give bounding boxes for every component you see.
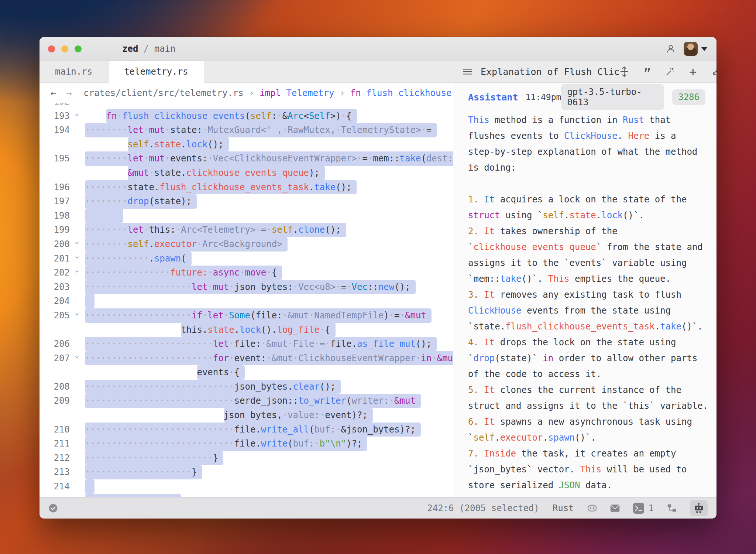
gutter[interactable]: 192 — [39, 103, 85, 109]
editor-pane: main.rs telemetry.rs ← → crates/client/s… — [39, 61, 453, 497]
assistant-text-line: `self.executor.spawn()`. — [468, 430, 705, 446]
gutter[interactable]: 197 — [39, 194, 85, 209]
code-line-wrap[interactable]: json_bytes,·value:·event)?; — [39, 408, 453, 423]
code-line[interactable]: 207›························for·event:·&… — [39, 351, 453, 366]
assistant-toggle[interactable] — [690, 500, 708, 516]
code-line[interactable]: 203····················let·mut·json_byte… — [39, 280, 453, 294]
code-line[interactable]: 197········drop(state); — [39, 194, 453, 209]
gutter[interactable]: 198 — [39, 209, 85, 223]
back-arrow-icon[interactable]: ← — [51, 88, 56, 99]
token-count: 3286 — [672, 89, 705, 105]
gutter[interactable]: 196 — [39, 180, 85, 195]
quote-icon[interactable]: ” — [642, 66, 652, 77]
gutter[interactable]: 194 — [39, 123, 85, 137]
breadcrumb[interactable]: ← → crates/client/src/telemetry.rs › imp… — [39, 83, 453, 103]
fold-chevron-icon[interactable]: › — [70, 240, 85, 248]
diagnostics-check-icon[interactable] — [48, 503, 58, 513]
code-line[interactable]: 206························let·file:·&mu… — [39, 337, 453, 351]
fold-chevron-icon[interactable]: › — [70, 312, 85, 319]
gutter[interactable]: 212 — [39, 451, 85, 465]
gutter[interactable] — [39, 166, 85, 180]
language-selector[interactable]: Rust — [553, 503, 574, 513]
code-line[interactable]: 201›············.spawn( — [39, 252, 453, 266]
code-line[interactable]: 205›····················if·let·Some(file… — [39, 308, 453, 323]
code-line[interactable]: 200›········self.executor·Arc<Background… — [39, 237, 453, 252]
magic-wand-icon[interactable] — [665, 66, 675, 77]
gutter[interactable]: 195 — [39, 151, 85, 166]
avatar[interactable] — [684, 42, 698, 56]
code-line-wrap[interactable]: self.state.lock(); — [39, 137, 453, 152]
code-line[interactable]: 193› fn·flush_clickhouse_events(self:·&A… — [39, 109, 453, 123]
gutter[interactable]: 201› — [39, 252, 85, 266]
gutter[interactable]: 209 — [39, 394, 85, 408]
tab-telemetry-rs[interactable]: telemetry.rs — [108, 61, 204, 83]
title-bar[interactable]: zed / main — [39, 37, 717, 61]
fold-chevron-icon[interactable]: › — [70, 269, 85, 276]
collaborator-icon[interactable] — [666, 44, 676, 54]
gutter[interactable]: 202› — [39, 266, 85, 280]
line-number: 214 — [39, 479, 70, 494]
code-line[interactable]: 196········state.flush_clickhouse_events… — [39, 180, 453, 195]
code-line[interactable]: 195········let·mut·events:·Vec<Clickhous… — [39, 151, 453, 166]
project-tree-icon[interactable] — [667, 503, 677, 513]
gutter[interactable]: 204 — [39, 294, 85, 308]
code-line[interactable]: 204 — [39, 294, 453, 308]
text-size-icon[interactable] — [619, 66, 629, 77]
fold-chevron-icon[interactable]: › — [70, 255, 85, 262]
gutter[interactable] — [39, 137, 85, 152]
gutter[interactable]: 199 — [39, 223, 85, 237]
gutter[interactable]: 213 — [39, 465, 85, 479]
feedback-envelope-icon[interactable] — [610, 503, 620, 513]
copilot-icon[interactable] — [587, 503, 597, 513]
fold-chevron-icon[interactable]: › — [70, 355, 85, 362]
role-label[interactable]: Assistant — [468, 92, 518, 103]
message-header: Assistant 11:49pm gpt-3.5-turbo-0613 328… — [468, 88, 705, 106]
code-editor[interactable]: 192193› fn·flush_clickhouse_events(self:… — [39, 103, 453, 497]
gutter[interactable] — [39, 408, 85, 423]
gutter[interactable] — [39, 365, 85, 380]
gutter[interactable]: 207› — [39, 351, 85, 366]
hamburger-menu-icon[interactable] — [463, 66, 472, 77]
code-line[interactable]: 192 — [39, 103, 453, 109]
code-line[interactable]: 199········let·this:·Arc<Telemetry>·=·se… — [39, 223, 453, 237]
forward-arrow-icon[interactable]: → — [66, 88, 72, 99]
code-line[interactable]: 212························} — [39, 451, 453, 465]
code-line[interactable]: 209····························serde_jso… — [39, 394, 453, 408]
gutter[interactable]: 214 — [39, 479, 85, 494]
zoom-window-button[interactable] — [75, 45, 82, 52]
gutter[interactable]: 210 — [39, 423, 85, 437]
code-line[interactable]: 194········let·mut·state:·MutexGuard<'_,… — [39, 123, 453, 137]
code-line[interactable]: 210····························file.writ… — [39, 423, 453, 437]
code-line[interactable]: 202›················future:·async·move·{ — [39, 266, 453, 280]
code-line-wrap[interactable]: &mut·state.clickhouse_events_queue); — [39, 166, 453, 180]
gutter[interactable]: 205› — [39, 308, 85, 323]
model-selector[interactable]: gpt-3.5-turbo-0613 — [561, 84, 664, 110]
fold-chevron-icon[interactable]: › — [70, 112, 85, 120]
code-line[interactable]: 215················} — [39, 494, 453, 497]
plus-icon[interactable]: + — [688, 66, 698, 77]
gutter[interactable] — [39, 323, 85, 337]
code-line[interactable]: 214 — [39, 479, 453, 494]
gutter[interactable]: 200› — [39, 237, 85, 252]
cursor-position[interactable]: 242:6 (2005 selected) — [427, 503, 539, 513]
minimize-window-button[interactable] — [61, 45, 68, 52]
code-line[interactable]: 213····················} — [39, 465, 453, 479]
gutter[interactable]: 215 — [39, 494, 85, 497]
expand-icon[interactable] — [711, 66, 717, 77]
terminal-toggle[interactable]: 1 — [633, 503, 654, 514]
gutter[interactable]: 206 — [39, 337, 85, 351]
tab-main-rs[interactable]: main.rs — [39, 61, 108, 82]
gutter[interactable]: 203 — [39, 280, 85, 294]
user-menu[interactable] — [684, 42, 708, 56]
gutter[interactable]: 211 — [39, 437, 85, 451]
conversation-title[interactable]: Explanation of Flush Clic — [481, 66, 619, 77]
code-line[interactable]: 208····························json_byte… — [39, 380, 453, 394]
gutter[interactable]: 193› — [39, 109, 85, 123]
gutter[interactable]: 208 — [39, 380, 85, 394]
code-line-wrap[interactable]: events·{ — [39, 365, 453, 380]
code-line-wrap[interactable]: this.state.lock().log_file·{ — [39, 323, 453, 337]
close-window-button[interactable] — [48, 45, 55, 52]
code-line[interactable]: 198 — [39, 209, 453, 223]
assistant-text-line: This method is a function in Rust that — [468, 112, 705, 128]
code-line[interactable]: 211····························file.writ… — [39, 437, 453, 451]
